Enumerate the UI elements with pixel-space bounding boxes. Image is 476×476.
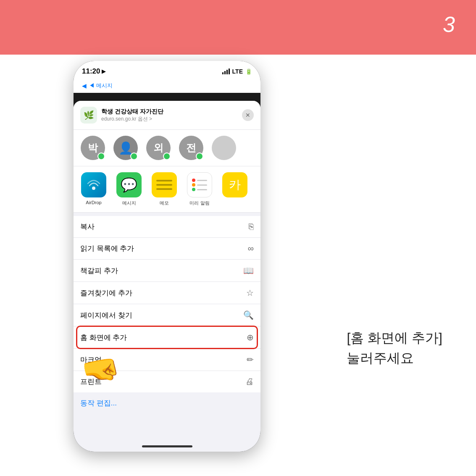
share-url: eduro.sen.go.kr 옵션 > bbox=[101, 116, 163, 123]
contact-avatar-1: 박 bbox=[81, 136, 105, 160]
contact-avatar-4: 전 bbox=[179, 136, 203, 160]
close-button[interactable]: ✕ bbox=[242, 109, 254, 121]
status-right: LTE 🔋 bbox=[222, 68, 252, 75]
header-bar bbox=[0, 0, 476, 55]
message-badge bbox=[130, 153, 138, 160]
share-sheet: 🌿 학생 건강상태 자가진단 eduro.sen.go.kr 옵션 > ✕ 박 … bbox=[74, 101, 260, 452]
annotation-line1: [홈 화면에 추가] bbox=[347, 328, 442, 348]
back-nav[interactable]: ◀ ◀ 메시지 bbox=[74, 82, 260, 93]
message-badge bbox=[97, 153, 105, 160]
contact-avatar-2: 👤 bbox=[113, 136, 138, 160]
message-badge bbox=[163, 153, 171, 160]
share-preview: 🌿 학생 건강상태 자가진단 eduro.sen.go.kr 옵션 > ✕ bbox=[74, 101, 260, 130]
action-markup[interactable]: 마크업 ✏ bbox=[74, 349, 260, 371]
home-indicator bbox=[142, 445, 192, 447]
signal-bars bbox=[222, 68, 230, 74]
notes-label: 메모 bbox=[160, 200, 169, 206]
reminders-label: 미리 알림 bbox=[189, 200, 209, 206]
status-bar: 11:20 ▶ LTE 🔋 bbox=[74, 61, 260, 82]
app-item-partial[interactable]: 카 bbox=[220, 172, 250, 206]
iphone-mockup: 11:20 ▶ LTE 🔋 ◀ ◀ 메시지 🌿 학생 건강상태 자가진단 bbox=[74, 61, 260, 452]
edit-actions[interactable]: 동작 편집... bbox=[74, 392, 260, 414]
contacts-row: 박 👤 외 전 bbox=[74, 130, 260, 166]
svg-point-0 bbox=[92, 187, 95, 190]
contact-item[interactable]: 👤 bbox=[111, 136, 140, 160]
share-title: 학생 건강상태 자가진단 bbox=[101, 108, 163, 116]
action-add-to-home[interactable]: 홈 화면에 추가 ⊕ bbox=[74, 326, 260, 349]
app-item-messages[interactable]: 💬 메시지 bbox=[114, 172, 144, 206]
contact-item[interactable] bbox=[210, 136, 238, 160]
action-copy[interactable]: 복사 ⎘ bbox=[74, 216, 260, 238]
annotation-text: [홈 화면에 추가] 눌러주세요 bbox=[347, 328, 442, 368]
notes-icon bbox=[152, 172, 177, 197]
status-time: 11:20 ▶ bbox=[82, 67, 105, 76]
annotation-line2: 눌러주세요 bbox=[347, 348, 442, 368]
messages-icon: 💬 bbox=[116, 172, 142, 197]
contact-avatar-5 bbox=[212, 136, 236, 160]
contact-item[interactable]: 외 bbox=[144, 136, 173, 160]
contact-avatar-3: 외 bbox=[146, 136, 171, 160]
share-app-icon: 🌿 bbox=[80, 107, 97, 124]
airdrop-icon bbox=[81, 172, 106, 197]
reminders-icon bbox=[187, 172, 212, 197]
action-print[interactable]: 프린트 🖨 bbox=[74, 371, 260, 392]
action-bookmark[interactable]: 책갈피 추가 📖 bbox=[74, 260, 260, 282]
app-item-notes[interactable]: 메모 bbox=[149, 172, 179, 206]
action-list: 복사 ⎘ 읽기 목록에 추가 ∞ 책갈피 추가 📖 즐겨찾기에 추가 ☆ 페이지… bbox=[74, 216, 260, 392]
action-find[interactable]: 페이지에서 찾기 🔍 bbox=[74, 304, 260, 326]
message-badge bbox=[196, 153, 203, 160]
action-reading-list[interactable]: 읽기 목록에 추가 ∞ bbox=[74, 238, 260, 260]
app-item-airdrop[interactable]: AirDrop bbox=[79, 172, 109, 206]
partial-icon: 카 bbox=[222, 172, 247, 197]
step-number: 3 bbox=[443, 12, 455, 37]
action-favorites[interactable]: 즐겨찾기에 추가 ☆ bbox=[74, 282, 260, 304]
contact-item[interactable]: 박 bbox=[79, 136, 107, 160]
airdrop-label: AirDrop bbox=[86, 200, 101, 205]
app-item-reminders[interactable]: 미리 알림 bbox=[184, 172, 215, 206]
messages-label: 메시지 bbox=[122, 200, 136, 206]
contact-item[interactable]: 전 bbox=[177, 136, 205, 160]
apps-row: AirDrop 💬 메시지 메모 bbox=[74, 166, 260, 213]
